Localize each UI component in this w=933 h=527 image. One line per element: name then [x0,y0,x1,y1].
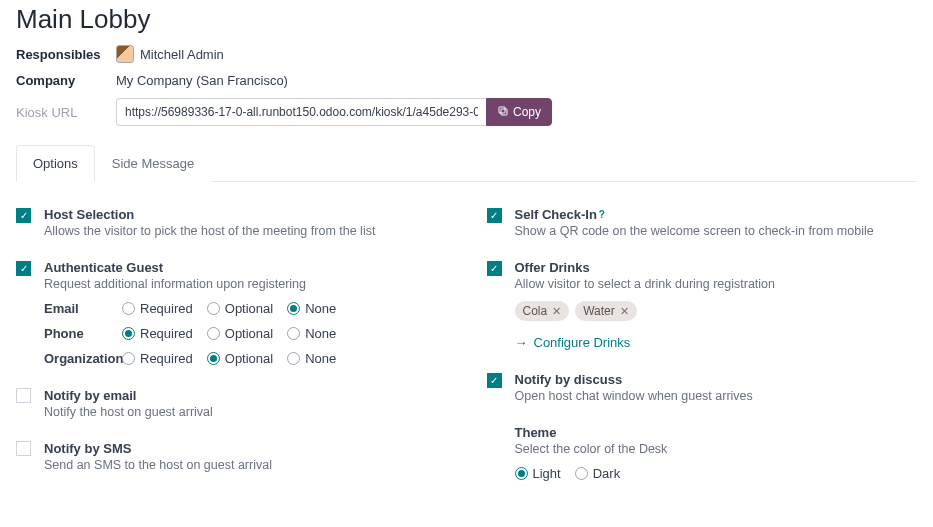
notify-email-title: Notify by email [44,388,136,403]
email-none-radio[interactable]: None [287,301,336,316]
self-checkin-desc: Show a QR code on the welcome screen to … [515,224,918,238]
self-checkin-title: Self Check-In? [515,207,605,222]
kiosk-url-input[interactable] [116,98,486,126]
notify-sms-title: Notify by SMS [44,441,131,456]
email-required-radio[interactable]: Required [122,301,193,316]
copy-button[interactable]: Copy [486,98,552,126]
org-label: Organization [44,351,122,366]
drink-tag-cola[interactable]: Cola✕ [515,301,570,321]
company-label: Company [16,73,116,88]
kiosk-row: Kiosk URL Copy [16,98,917,126]
notify-discuss-title: Notify by discuss [515,372,623,387]
self-checkin-checkbox[interactable]: ✓ [487,208,502,223]
email-optional-radio[interactable]: Optional [207,301,273,316]
email-label: Email [44,301,122,316]
org-optional-radio[interactable]: Optional [207,351,273,366]
notify-sms-checkbox[interactable] [16,441,31,456]
phone-required-radio[interactable]: Required [122,326,193,341]
notify-email-checkbox[interactable] [16,388,31,403]
tab-options[interactable]: Options [16,145,95,182]
theme-desc: Select the color of the Desk [515,442,918,456]
theme-title: Theme [515,425,557,440]
offer-drinks-title: Offer Drinks [515,260,590,275]
arrow-right-icon: → [515,335,528,350]
page-title: Main Lobby [16,4,917,35]
notify-discuss-checkbox[interactable]: ✓ [487,373,502,388]
offer-drinks-desc: Allow visitor to select a drink during r… [515,277,918,291]
configure-drinks-link[interactable]: → Configure Drinks [515,335,631,350]
help-icon[interactable]: ? [599,209,605,220]
phone-optional-radio[interactable]: Optional [207,326,273,341]
offer-drinks-checkbox[interactable]: ✓ [487,261,502,276]
company-row: Company My Company (San Francisco) [16,73,917,88]
notify-discuss-desc: Open host chat window when guest arrives [515,389,918,403]
copy-label: Copy [513,105,541,119]
theme-dark-radio[interactable]: Dark [575,466,620,481]
auth-guest-checkbox[interactable]: ✓ [16,261,31,276]
close-icon[interactable]: ✕ [552,305,561,318]
host-selection-checkbox[interactable]: ✓ [16,208,31,223]
drink-tag-water[interactable]: Water✕ [575,301,637,321]
svg-rect-1 [499,107,505,113]
auth-guest-title: Authenticate Guest [44,260,163,275]
org-required-radio[interactable]: Required [122,351,193,366]
theme-light-radio[interactable]: Light [515,466,561,481]
responsibles-label: Responsibles [16,47,116,62]
company-value[interactable]: My Company (San Francisco) [116,73,288,88]
notify-email-desc: Notify the host on guest arrival [44,405,447,419]
responsibles-value[interactable]: Mitchell Admin [116,45,224,63]
kiosk-label: Kiosk URL [16,105,116,120]
copy-icon [497,105,509,120]
phone-label: Phone [44,326,122,341]
host-selection-title: Host Selection [44,207,134,222]
tabs: Options Side Message [16,144,917,182]
responsibles-name: Mitchell Admin [140,47,224,62]
auth-guest-desc: Request additional information upon regi… [44,277,447,291]
avatar [116,45,134,63]
org-none-radio[interactable]: None [287,351,336,366]
svg-rect-0 [501,109,507,115]
tab-side-message[interactable]: Side Message [95,145,211,182]
host-selection-desc: Allows the visitor to pick the host of t… [44,224,447,238]
responsibles-row: Responsibles Mitchell Admin [16,45,917,63]
close-icon[interactable]: ✕ [620,305,629,318]
phone-none-radio[interactable]: None [287,326,336,341]
notify-sms-desc: Send an SMS to the host on guest arrival [44,458,447,472]
